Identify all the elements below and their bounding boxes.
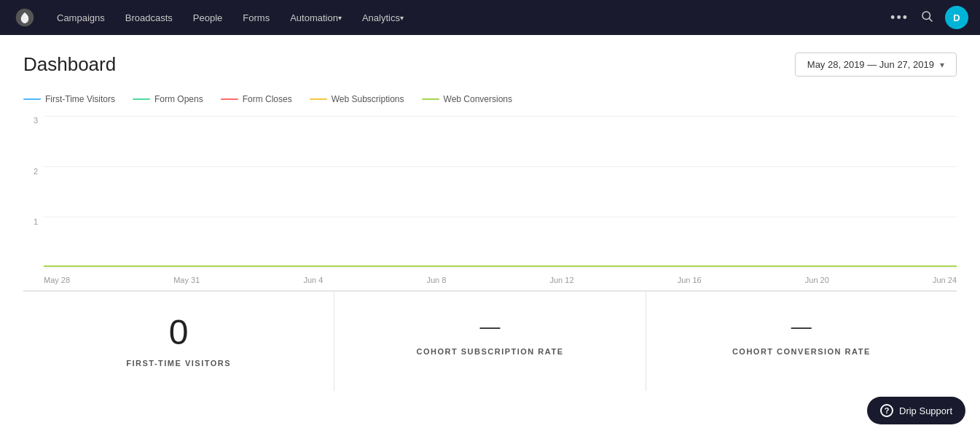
nav-forms[interactable]: Forms <box>232 0 280 35</box>
x-label-jun20: Jun 20 <box>805 276 829 284</box>
nav-automation[interactable]: Automation <box>280 0 352 35</box>
legend-item-web-conversions: Web Conversions <box>422 94 513 104</box>
y-label-2: 2 <box>23 167 38 176</box>
x-label-jun4: Jun 4 <box>303 276 323 284</box>
legend-color-first-time-visitors <box>23 98 41 100</box>
x-label-may28: May 28 <box>44 276 70 284</box>
drip-support-button[interactable]: ? Drip Support <box>867 397 965 408</box>
chart-legend: First-Time Visitors Form Opens Form Clos… <box>23 94 957 104</box>
page-header: Dashboard May 28, 2019 — Jun 27, 2019 ▾ <box>23 53 957 77</box>
legend-label-form-closes: Form Closes <box>243 94 292 104</box>
legend-color-form-opens <box>133 98 150 100</box>
date-range-label: May 28, 2019 — Jun 27, 2019 <box>807 59 934 70</box>
nav-campaigns[interactable]: Campaigns <box>47 0 115 35</box>
legend-color-web-conversions <box>422 98 439 100</box>
stat-label-subscription: Cohort Subscription Rate <box>352 347 627 356</box>
stat-cohort-subscription: — Cohort Subscription Rate <box>334 292 646 391</box>
search-button[interactable] <box>917 7 936 29</box>
legend-item-first-time-visitors: First-Time Visitors <box>23 94 115 104</box>
drip-support-label: Drip Support <box>899 405 952 409</box>
chart-y-labels: 3 2 1 <box>23 116 38 268</box>
svg-point-1 <box>26 15 28 18</box>
y-label-1: 1 <box>23 217 38 226</box>
chevron-down-icon: ▾ <box>940 60 944 70</box>
navbar: Campaigns Broadcasts People Forms Automa… <box>0 0 980 35</box>
y-label-3: 3 <box>23 116 38 125</box>
nav-people[interactable]: People <box>183 0 232 35</box>
more-options-button[interactable]: ••• <box>890 10 909 26</box>
nav-analytics[interactable]: Analytics <box>352 0 414 35</box>
legend-color-form-closes <box>221 98 238 100</box>
chart-line-web-conversions <box>44 265 957 267</box>
main-content: Dashboard May 28, 2019 — Jun 27, 2019 ▾ … <box>0 35 980 408</box>
nav-broadcasts[interactable]: Broadcasts <box>115 0 183 35</box>
legend-label-first-time-visitors: First-Time Visitors <box>45 94 115 104</box>
legend-label-web-conversions: Web Conversions <box>444 94 513 104</box>
nav-right: ••• D <box>890 6 968 29</box>
grid-line-mid1 <box>44 166 957 167</box>
legend-label-form-opens: Form Opens <box>154 94 203 104</box>
stat-value-visitors: 0 <box>41 315 316 350</box>
legend-item-web-subscriptions: Web Subscriptions <box>310 94 404 104</box>
chart-x-labels: May 28 May 31 Jun 4 Jun 8 Jun 12 Jun 16 … <box>44 270 957 290</box>
legend-item-form-closes: Form Closes <box>221 94 292 104</box>
stat-label-conversion: Cohort Conversion Rate <box>664 347 939 356</box>
legend-label-web-subscriptions: Web Subscriptions <box>332 94 404 104</box>
page-title: Dashboard <box>23 53 116 76</box>
avatar[interactable]: D <box>945 6 968 29</box>
stat-first-time-visitors: 0 First-Time Visitors <box>23 292 334 391</box>
x-label-jun12: Jun 12 <box>550 276 574 284</box>
grid-line-top <box>44 116 957 117</box>
x-label-may31: May 31 <box>173 276 200 284</box>
legend-item-form-opens: Form Opens <box>133 94 203 104</box>
stat-value-conversion: — <box>664 315 939 338</box>
grid-line-bottom <box>44 268 957 268</box>
legend-color-web-subscriptions <box>310 98 327 100</box>
chart-plot-area <box>44 116 957 268</box>
stats-row: 0 First-Time Visitors — Cohort Subscript… <box>23 291 957 391</box>
date-range-picker[interactable]: May 28, 2019 — Jun 27, 2019 ▾ <box>795 53 957 77</box>
logo[interactable] <box>12 4 38 31</box>
help-icon: ? <box>880 404 893 408</box>
nav-links: Campaigns Broadcasts People Forms Automa… <box>47 0 469 35</box>
stat-cohort-conversion: — Cohort Conversion Rate <box>646 292 957 391</box>
x-label-jun16: Jun 16 <box>678 276 702 284</box>
svg-point-2 <box>922 12 930 20</box>
svg-line-3 <box>929 18 932 21</box>
chart-area: 3 2 1 May 28 May 31 Jun 4 Jun 8 Jun 12 J… <box>23 116 957 291</box>
grid-line-mid2 <box>44 217 957 217</box>
stat-label-visitors: First-Time Visitors <box>41 359 316 368</box>
x-label-jun8: Jun 8 <box>426 276 446 284</box>
x-label-jun24: Jun 24 <box>933 276 957 284</box>
stat-value-subscription: — <box>352 315 627 338</box>
